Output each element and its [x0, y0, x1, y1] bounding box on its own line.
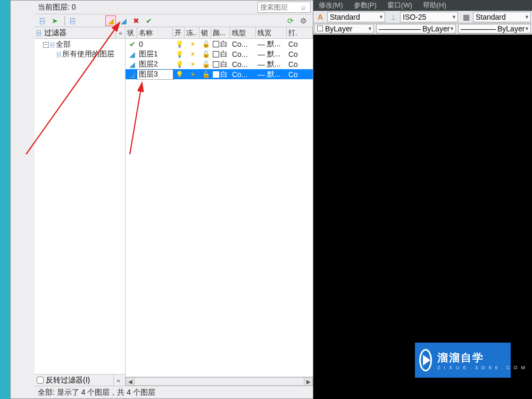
tablestyle-select[interactable]: Standard▼	[473, 12, 531, 22]
middle-area: ⌸ 过滤器 « − ⌸ 全部 ⌸ 所有使用的图层	[35, 27, 313, 386]
color-cell[interactable]: 白	[211, 39, 230, 49]
on-icon[interactable]: 💡	[173, 51, 185, 58]
textstyle-select[interactable]: Standard▼	[327, 12, 385, 22]
filter-head: ⌸ 过滤器 «	[35, 27, 125, 39]
ribbon-row-2: ByLayer ▼ —————— ByLayer ▼ ————— ByLayer…	[313, 23, 532, 34]
plotstyle-cell[interactable]: Co	[287, 50, 313, 59]
col-on[interactable]: 开	[173, 27, 185, 38]
textstyle-icon[interactable]: A	[314, 12, 326, 22]
col-name[interactable]: 名称	[137, 27, 173, 38]
on-icon[interactable]: 💡	[173, 61, 185, 68]
current-layer-label: 当前图层: 0	[37, 3, 257, 12]
dimstyle-icon[interactable]: ⟂	[387, 12, 399, 22]
search-box: ⌕	[257, 2, 311, 13]
new-frozen-layer-button[interactable]: ◢	[118, 15, 129, 26]
color-swatch-icon	[317, 26, 323, 31]
col-lock[interactable]: 锁	[200, 27, 211, 38]
freeze-icon[interactable]: ☀	[185, 40, 200, 48]
grid-pane: 状 名称 开 冻.. 锁 颜... 线型 线宽 打. ✔0💡☀🔓白Co...—默…	[126, 27, 313, 386]
linetype-line-icon: ——————	[379, 24, 420, 33]
canvas-guide-line	[313, 34, 532, 35]
lock-icon[interactable]: 🔓	[200, 51, 211, 58]
linetype-cell[interactable]: Co...	[230, 70, 256, 79]
layer-name-cell[interactable]: 0	[137, 40, 173, 48]
delete-layer-button[interactable]: ✖	[131, 15, 142, 26]
menu-help[interactable]: 帮助(H)	[418, 1, 452, 10]
linetype-cell[interactable]: Co...	[230, 40, 256, 48]
dimstyle-select[interactable]: ISO-25▼	[400, 12, 458, 22]
filter-head-label: 过滤器	[41, 28, 115, 38]
col-freeze[interactable]: 冻..	[185, 27, 200, 38]
lock-icon[interactable]: 🔓	[200, 71, 211, 78]
freeze-icon[interactable]: ☀	[185, 51, 200, 58]
layer-name-cell[interactable]: 图层3	[137, 70, 173, 79]
layer-group-icon[interactable]: ➤	[49, 15, 60, 26]
on-icon[interactable]: 💡	[173, 40, 185, 48]
lineweight-cell[interactable]: —默...	[256, 49, 287, 59]
menu-window[interactable]: 窗口(W)	[382, 1, 418, 10]
tree-child[interactable]: ⌸ 所有使用的图层	[35, 49, 125, 59]
settings-button[interactable]: ⚙	[298, 15, 309, 26]
linetype-cell[interactable]: Co...	[230, 50, 256, 59]
lineweight-cell[interactable]: —默...	[256, 39, 287, 49]
plotstyle-cell[interactable]: Co	[287, 70, 313, 79]
plotstyle-cell[interactable]: Co	[287, 60, 313, 69]
scroll-left-button[interactable]: ◀	[126, 377, 135, 386]
tree-toggle[interactable]: −	[43, 42, 49, 48]
col-lineweight[interactable]: 线宽	[256, 27, 287, 38]
layer-glyph-icon: ◢	[126, 60, 137, 69]
layer-state-icon[interactable]: ⌸	[37, 15, 47, 26]
lock-icon[interactable]: 🔓	[200, 61, 211, 68]
lineweight-select[interactable]: ————— ByLayer ▼	[458, 24, 531, 34]
invert-collapse-button[interactable]: «	[113, 375, 123, 386]
color-cell[interactable]: 白	[211, 60, 230, 69]
chevron-down-icon: ▼	[525, 14, 529, 20]
filter-tree[interactable]: − ⌸ 全部 ⌸ 所有使用的图层	[35, 39, 125, 374]
new-layer-button[interactable]: ◢	[105, 15, 116, 26]
refresh-button[interactable]: ⟳	[285, 15, 296, 26]
tree-root-label: 全部	[56, 40, 71, 49]
layer-name-cell[interactable]: 图层1	[137, 49, 173, 59]
filter-collapse-button[interactable]: «	[115, 27, 125, 38]
layer-row[interactable]: ◢图层2💡☀🔓白Co...—默...Co	[126, 59, 313, 69]
freeze-icon[interactable]: ☀	[185, 61, 200, 68]
color-select[interactable]: ByLayer ▼	[314, 24, 374, 34]
color-cell[interactable]: 白	[211, 49, 230, 59]
layer-row[interactable]: ◢图层3💡☀🔓白Co...—默...Co	[126, 69, 313, 79]
set-current-button[interactable]: ✔	[144, 15, 154, 26]
layer-row[interactable]: ✔0💡☀🔓白Co...—默...Co	[126, 39, 313, 49]
tree-root[interactable]: − ⌸ 全部	[35, 40, 125, 49]
menu-params[interactable]: 参数(P)	[348, 1, 382, 10]
chevron-down-icon: ▼	[368, 26, 372, 31]
tree-child-label: 所有使用的图层	[62, 49, 114, 59]
col-plot[interactable]: 打.	[287, 27, 313, 38]
color-cell[interactable]: 白	[211, 70, 230, 79]
toolbar-row: ⌸ ➤ ⌸ ◢ ◢ ✖ ✔ ⟳ ⚙	[35, 14, 313, 27]
watermark-play-icon	[419, 349, 432, 371]
layer-row[interactable]: ◢图层1💡☀🔓白Co...—默...Co	[126, 49, 313, 59]
linetype-select[interactable]: —————— ByLayer ▼	[376, 24, 456, 34]
col-color[interactable]: 颜...	[211, 27, 230, 38]
col-status[interactable]: 状	[126, 27, 137, 38]
color-swatch-icon	[213, 61, 219, 68]
linetype-cell[interactable]: Co...	[230, 60, 256, 69]
on-icon[interactable]: 💡	[173, 71, 185, 78]
lineweight-cell[interactable]: —默...	[256, 70, 287, 79]
plotstyle-cell[interactable]: Co	[287, 40, 313, 48]
freeze-icon[interactable]: ☀	[185, 71, 200, 78]
lineweight-cell[interactable]: —默...	[256, 60, 287, 69]
col-linetype[interactable]: 线型	[230, 27, 256, 38]
scroll-right-button[interactable]: ▶	[304, 377, 313, 386]
search-icon[interactable]: ⌕	[301, 3, 309, 11]
chevron-down-icon: ▼	[525, 26, 529, 31]
layer-name-cell[interactable]: 图层2	[137, 60, 173, 69]
menu-modify[interactable]: 修改(M)	[313, 1, 348, 10]
scroll-track[interactable]	[135, 377, 304, 386]
horizontal-scrollbar[interactable]: ◀ ▶	[126, 377, 313, 386]
invert-checkbox[interactable]	[37, 377, 44, 384]
current-check-icon: ✔	[126, 40, 137, 48]
invert-label: 反转过滤器(I)	[46, 376, 113, 385]
tablestyle-icon[interactable]: ▦	[460, 12, 472, 22]
lock-icon[interactable]: 🔓	[200, 40, 211, 48]
layer-filter-icon[interactable]: ⌸	[67, 15, 78, 26]
